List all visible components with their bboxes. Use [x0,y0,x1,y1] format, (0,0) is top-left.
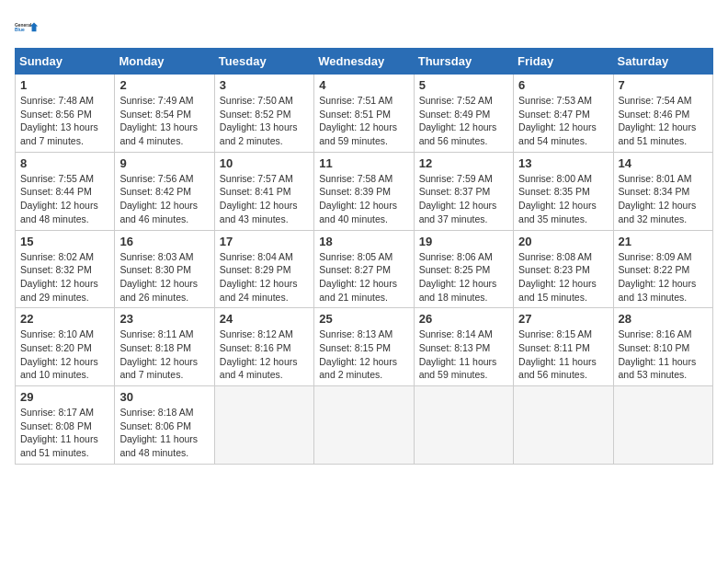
calendar-cell [613,386,712,465]
calendar-cell [214,386,313,465]
day-number: 5 [419,78,508,92]
calendar-cell [314,386,414,465]
day-info: Sunrise: 7:57 AMSunset: 8:41 PMDaylight:… [220,172,309,226]
day-info: Sunrise: 7:55 AMSunset: 8:44 PMDaylight:… [20,172,109,226]
svg-text:General: General [15,23,32,28]
day-number: 20 [518,235,608,248]
day-number: 27 [518,312,608,326]
calendar-cell: 24Sunrise: 8:12 AMSunset: 8:16 PMDayligh… [214,308,313,386]
calendar-cell: 22Sunrise: 8:10 AMSunset: 8:20 PMDayligh… [16,308,115,386]
calendar-cell: 8Sunrise: 7:55 AMSunset: 8:44 PMDaylight… [16,152,115,230]
calendar-cell: 6Sunrise: 7:53 AMSunset: 8:47 PMDaylight… [514,75,613,153]
calendar-week-2: 8Sunrise: 7:55 AMSunset: 8:44 PMDaylight… [16,152,713,230]
day-info: Sunrise: 7:54 AMSunset: 8:46 PMDaylight:… [619,94,708,148]
day-number: 17 [220,235,309,248]
day-info: Sunrise: 8:03 AMSunset: 8:30 PMDaylight:… [119,250,209,304]
day-info: Sunrise: 7:58 AMSunset: 8:39 PMDaylight:… [319,172,408,226]
day-info: Sunrise: 8:06 AMSunset: 8:25 PMDaylight:… [419,250,508,304]
calendar-cell: 10Sunrise: 7:57 AMSunset: 8:41 PMDayligh… [214,152,313,230]
day-number: 30 [119,390,209,404]
day-info: Sunrise: 8:09 AMSunset: 8:22 PMDaylight:… [619,250,708,304]
day-number: 23 [119,312,209,326]
day-number: 2 [119,78,209,92]
day-number: 24 [220,312,309,326]
calendar-cell: 26Sunrise: 8:14 AMSunset: 8:13 PMDayligh… [414,308,513,386]
day-number: 7 [619,78,708,92]
day-info: Sunrise: 8:00 AMSunset: 8:35 PMDaylight:… [518,172,608,226]
calendar-cell: 23Sunrise: 8:11 AMSunset: 8:18 PMDayligh… [115,308,214,386]
day-info: Sunrise: 8:01 AMSunset: 8:34 PMDaylight:… [619,172,708,226]
day-info: Sunrise: 7:48 AMSunset: 8:56 PMDaylight:… [20,94,109,148]
day-number: 29 [20,390,109,404]
day-info: Sunrise: 7:50 AMSunset: 8:52 PMDaylight:… [220,94,309,148]
day-info: Sunrise: 7:49 AMSunset: 8:54 PMDaylight:… [119,94,209,148]
calendar-cell: 17Sunrise: 8:04 AMSunset: 8:29 PMDayligh… [214,230,313,308]
day-info: Sunrise: 8:15 AMSunset: 8:11 PMDaylight:… [518,327,608,382]
calendar-cell: 4Sunrise: 7:51 AMSunset: 8:51 PMDaylight… [314,75,414,153]
day-info: Sunrise: 8:17 AMSunset: 8:08 PMDaylight:… [20,406,109,460]
calendar-cell: 1Sunrise: 7:48 AMSunset: 8:56 PMDaylight… [16,75,115,153]
calendar-week-5: 29Sunrise: 8:17 AMSunset: 8:08 PMDayligh… [16,386,713,465]
calendar-cell: 13Sunrise: 8:00 AMSunset: 8:35 PMDayligh… [514,152,613,230]
day-header-monday: Monday [115,49,214,75]
calendar-cell: 25Sunrise: 8:13 AMSunset: 8:15 PMDayligh… [314,308,414,386]
day-number: 18 [319,235,408,248]
day-number: 12 [419,156,508,170]
calendar-cell: 12Sunrise: 7:59 AMSunset: 8:37 PMDayligh… [414,152,513,230]
calendar-cell: 7Sunrise: 7:54 AMSunset: 8:46 PMDaylight… [613,75,712,153]
day-number: 19 [419,235,508,248]
day-info: Sunrise: 8:04 AMSunset: 8:29 PMDaylight:… [220,250,309,304]
calendar-week-4: 22Sunrise: 8:10 AMSunset: 8:20 PMDayligh… [16,308,713,386]
calendar-cell: 18Sunrise: 8:05 AMSunset: 8:27 PMDayligh… [314,230,414,308]
day-number: 1 [20,78,109,92]
calendar-cell: 14Sunrise: 8:01 AMSunset: 8:34 PMDayligh… [613,152,712,230]
calendar-table: SundayMondayTuesdayWednesdayThursdayFrid… [15,48,713,465]
day-number: 28 [619,312,708,326]
day-number: 3 [220,78,309,92]
day-info: Sunrise: 7:53 AMSunset: 8:47 PMDaylight:… [518,94,608,148]
day-header-friday: Friday [514,49,613,75]
calendar-cell [414,386,513,465]
calendar-cell: 5Sunrise: 7:52 AMSunset: 8:49 PMDaylight… [414,75,513,153]
calendar-week-1: 1Sunrise: 7:48 AMSunset: 8:56 PMDaylight… [16,75,713,153]
calendar-cell [514,386,613,465]
day-info: Sunrise: 7:56 AMSunset: 8:42 PMDaylight:… [119,172,209,226]
calendar-cell: 2Sunrise: 7:49 AMSunset: 8:54 PMDaylight… [115,75,214,153]
day-header-thursday: Thursday [414,49,513,75]
day-number: 4 [319,78,408,92]
day-info: Sunrise: 8:12 AMSunset: 8:16 PMDaylight:… [220,327,309,382]
calendar-cell: 21Sunrise: 8:09 AMSunset: 8:22 PMDayligh… [613,230,712,308]
day-info: Sunrise: 8:11 AMSunset: 8:18 PMDaylight:… [119,327,209,382]
day-info: Sunrise: 7:51 AMSunset: 8:51 PMDaylight:… [319,94,408,148]
calendar-cell: 3Sunrise: 7:50 AMSunset: 8:52 PMDaylight… [214,75,313,153]
day-info: Sunrise: 7:59 AMSunset: 8:37 PMDaylight:… [419,172,508,226]
day-info: Sunrise: 7:52 AMSunset: 8:49 PMDaylight:… [419,94,508,148]
calendar-cell: 15Sunrise: 8:02 AMSunset: 8:32 PMDayligh… [16,230,115,308]
day-number: 10 [220,156,309,170]
calendar-week-3: 15Sunrise: 8:02 AMSunset: 8:32 PMDayligh… [16,230,713,308]
day-number: 15 [20,235,109,248]
calendar-cell: 20Sunrise: 8:08 AMSunset: 8:23 PMDayligh… [514,230,613,308]
calendar-header-row: SundayMondayTuesdayWednesdayThursdayFrid… [16,49,713,75]
day-number: 11 [319,156,408,170]
day-number: 16 [119,235,209,248]
day-header-saturday: Saturday [613,49,712,75]
day-number: 8 [20,156,109,170]
day-number: 9 [119,156,209,170]
calendar-cell: 9Sunrise: 7:56 AMSunset: 8:42 PMDaylight… [115,152,214,230]
day-number: 26 [419,312,508,326]
day-number: 25 [319,312,408,326]
day-header-tuesday: Tuesday [214,49,313,75]
day-info: Sunrise: 8:14 AMSunset: 8:13 PMDaylight:… [419,327,508,382]
day-header-wednesday: Wednesday [314,49,414,75]
calendar-cell: 28Sunrise: 8:16 AMSunset: 8:10 PMDayligh… [613,308,712,386]
day-info: Sunrise: 8:10 AMSunset: 8:20 PMDaylight:… [20,327,109,382]
calendar-cell: 30Sunrise: 8:18 AMSunset: 8:06 PMDayligh… [115,386,214,465]
day-number: 14 [619,156,708,170]
logo-icon: GeneralBlue [15,15,40,40]
page-header: GeneralBlue [15,15,713,40]
day-info: Sunrise: 8:13 AMSunset: 8:15 PMDaylight:… [319,327,408,382]
day-number: 22 [20,312,109,326]
calendar-cell: 29Sunrise: 8:17 AMSunset: 8:08 PMDayligh… [16,386,115,465]
day-info: Sunrise: 8:18 AMSunset: 8:06 PMDaylight:… [119,406,209,460]
